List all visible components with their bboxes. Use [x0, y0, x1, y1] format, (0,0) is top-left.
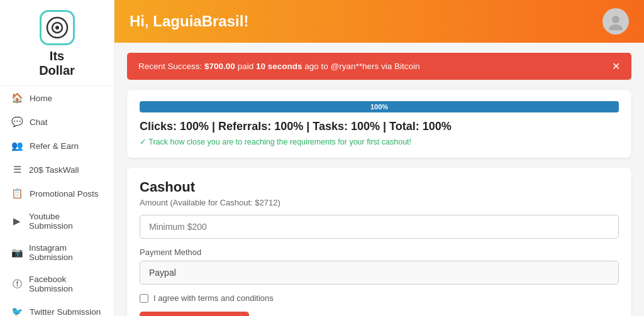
refer-icon: 👥 — [11, 140, 23, 151]
sidebar-label-twitter: Twitter Submission — [30, 307, 101, 317]
svg-point-3 — [612, 16, 619, 23]
svg-point-4 — [609, 25, 623, 30]
user-avatar[interactable] — [602, 8, 629, 35]
page-content: Recent Success: $700.00 paid 10 seconds … — [114, 43, 644, 316]
facebook-icon: ⓕ — [11, 278, 23, 290]
progress-percent-label: 100% — [370, 103, 388, 111]
sidebar-item-home[interactable]: 🏠 Home — [0, 86, 114, 110]
svg-point-2 — [55, 26, 59, 30]
sidebar-label-home: Home — [30, 94, 52, 103]
taskwall-icon: ☰ — [11, 164, 23, 175]
request-payment-button[interactable]: Request Payment — [140, 312, 249, 316]
cashout-card: Cashout Amount (Available for Cashout: $… — [127, 168, 631, 316]
sidebar-label-refer: Refer & Earn — [30, 141, 79, 151]
alert-text: Recent Success: $700.00 paid 10 seconds … — [138, 62, 420, 71]
payment-method-group: Payment Method Paypal — [140, 248, 619, 285]
progress-hint: Track how close you are to reaching the … — [140, 137, 619, 146]
page-header: Hi, LaguiaBrasil! — [114, 0, 644, 43]
sidebar-label-instagram: Instagram Submission — [29, 243, 103, 262]
alert-prefix: Recent Success: — [138, 62, 204, 71]
chat-icon: 💬 — [11, 116, 23, 128]
app-logo-text: Its Dollar — [39, 49, 75, 78]
home-icon: 🏠 — [11, 92, 23, 104]
terms-label: I agree with terms and conditions — [153, 293, 274, 303]
sidebar-item-facebook[interactable]: ⓕ Facebook Submission — [0, 268, 114, 300]
payment-method-select[interactable]: Paypal — [140, 261, 619, 285]
sidebar-label-promotional: Promotional Posts — [30, 189, 99, 199]
sidebar-label-facebook: Facebook Submission — [29, 275, 103, 293]
logo-icon — [40, 10, 75, 45]
header-greeting: Hi, LaguiaBrasil! — [130, 13, 248, 30]
main-content: Hi, LaguiaBrasil! Recent Success: $700.0… — [114, 0, 644, 316]
twitter-icon: 🐦 — [11, 306, 23, 316]
payment-label: Payment Method — [140, 248, 619, 257]
progress-card: 100% Clicks: 100% | Referrals: 100% | Ta… — [127, 90, 631, 158]
alert-suffix: ago to @ryan**hers via Bitcoin — [304, 62, 419, 71]
amount-field-group — [140, 215, 619, 239]
alert-amount: $700.00 — [204, 62, 235, 71]
sidebar-label-youtube: Youtube Submission — [29, 212, 103, 231]
cashout-title: Cashout — [140, 179, 619, 195]
alert-mid: paid — [238, 62, 256, 71]
sidebar-item-taskwall[interactable]: ☰ 20$ TaskWall — [0, 158, 114, 182]
cashout-subtitle: Amount (Available for Cashout: $2712) — [140, 198, 619, 207]
sidebar-item-twitter[interactable]: 🐦 Twitter Submission — [0, 300, 114, 316]
terms-checkbox[interactable] — [140, 294, 148, 303]
instagram-icon: 📷 — [11, 247, 23, 258]
youtube-icon: ▶ — [11, 215, 23, 227]
sidebar-item-instagram[interactable]: 📷 Instagram Submission — [0, 237, 114, 268]
sidebar: Its Dollar 🏠 Home 💬 Chat 👥 Refer & Earn … — [0, 0, 114, 316]
sidebar-label-chat: Chat — [30, 117, 48, 127]
sidebar-item-refer-earn[interactable]: 👥 Refer & Earn — [0, 134, 114, 158]
amount-input[interactable] — [140, 215, 619, 239]
logo-area: Its Dollar — [0, 0, 114, 86]
alert-banner: Recent Success: $700.00 paid 10 seconds … — [127, 53, 631, 80]
alert-time: 10 seconds — [256, 62, 303, 71]
sidebar-item-promotional[interactable]: 📋 Promotional Posts — [0, 182, 114, 205]
terms-checkbox-row: I agree with terms and conditions — [140, 293, 619, 303]
sidebar-nav: 🏠 Home 💬 Chat 👥 Refer & Earn ☰ 20$ TaskW… — [0, 86, 114, 316]
promotional-icon: 📋 — [11, 188, 23, 199]
sidebar-item-chat[interactable]: 💬 Chat — [0, 110, 114, 134]
progress-stats: Clicks: 100% | Referrals: 100% | Tasks: … — [140, 120, 619, 133]
progress-bar-container: 100% — [140, 101, 619, 112]
sidebar-item-youtube[interactable]: ▶ Youtube Submission — [0, 205, 114, 237]
alert-close-button[interactable]: ✕ — [612, 60, 620, 72]
progress-bar-fill: 100% — [140, 101, 619, 112]
sidebar-label-taskwall: 20$ TaskWall — [29, 165, 79, 175]
